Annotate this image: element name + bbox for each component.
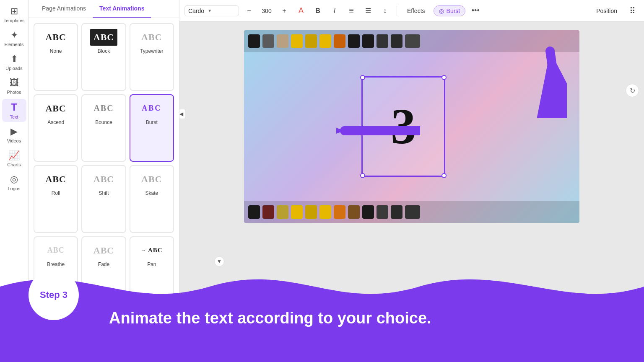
anim-preview-shift: ABC (93, 171, 114, 188)
filmstrip-thumb-2[interactable] (258, 325, 300, 354)
main-toolbar: Cardo ▼ − 300 + A B I ≡ ☰ ↕ Effects ◎ Bu… (179, 0, 644, 22)
sidebar-item-elements[interactable]: ✦ Elements (2, 27, 26, 49)
film-hole (377, 34, 388, 48)
align-button[interactable]: ≡ (345, 4, 358, 18)
burst-pill[interactable]: ◎ Burst (434, 5, 466, 16)
film-hole (262, 34, 274, 48)
sidebar-label-videos: Videos (7, 138, 21, 143)
anim-item-roll[interactable]: ABC Roll (34, 165, 78, 233)
anim-preview-none: ABC (45, 29, 66, 46)
anim-label-burst: Burst (146, 119, 158, 125)
anim-item-block[interactable]: ABC Block (81, 23, 126, 91)
anim-item-pan[interactable]: → ABC Pan (130, 236, 174, 304)
handle-bottom-right[interactable] (441, 173, 447, 178)
canvas-wrapper: 3 (244, 30, 579, 223)
sidebar-label-photos: Photos (7, 90, 21, 95)
tab-page-animations[interactable]: Page Animations (35, 0, 93, 18)
effects-button[interactable]: Effects (402, 5, 430, 17)
sidebar-item-text[interactable]: T Text (2, 99, 26, 122)
refresh-button[interactable]: ↻ (626, 84, 639, 97)
photos-icon: 🖼 (10, 78, 19, 88)
refresh-icon: ↻ (630, 87, 635, 95)
sidebar-item-uploads[interactable]: ⬆ Uploads (2, 51, 26, 73)
sidebar-label-templates: Templates (3, 18, 24, 23)
anim-preview-bounce: ABC (93, 100, 114, 117)
handle-top-left[interactable] (360, 75, 365, 80)
spacing-button[interactable]: ↕ (378, 4, 392, 18)
anim-label-bounce: Bounce (95, 119, 112, 125)
anim-item-fade[interactable]: ABC Fade (81, 236, 126, 304)
anim-preview-roll: ABC (45, 171, 66, 188)
elements-icon: ✦ (10, 30, 18, 41)
anim-label-ascend: Ascend (47, 119, 64, 125)
charts-icon: 📈 (8, 150, 20, 161)
burst-pill-label: Burst (447, 8, 460, 14)
collapse-button[interactable]: ▼ (214, 256, 224, 266)
handle-top-right[interactable] (441, 75, 447, 80)
sidebar-item-templates[interactable]: ⊞ Templates (2, 3, 26, 26)
increase-font-button[interactable]: + (278, 4, 291, 18)
anim-item-shift[interactable]: ABC Shift (81, 165, 126, 233)
film-hole (277, 205, 288, 219)
font-dropdown-chevron: ▼ (208, 8, 212, 13)
film-hole (391, 34, 402, 48)
anim-item-none[interactable]: ABC None (34, 23, 78, 91)
burst-pill-icon: ◎ (439, 8, 444, 14)
sidebar-item-photos[interactable]: 🖼 Photos (2, 75, 26, 97)
film-hole (348, 205, 360, 219)
film-hole (362, 205, 374, 219)
top-right-arrow (483, 34, 567, 118)
position-label: Position (596, 8, 617, 14)
more-options-button[interactable]: ••• (469, 4, 482, 18)
anim-item-ascend[interactable]: ABC Ascend (34, 94, 78, 162)
anim-preview-typewriter: ABC (141, 29, 162, 46)
anim-label-none: None (50, 48, 62, 54)
anim-item-bounce[interactable]: ABC Bounce (81, 94, 126, 162)
list-button[interactable]: ☰ (361, 4, 375, 18)
film-hole (305, 34, 317, 48)
sidebar-item-videos[interactable]: ▶ Videos (2, 124, 26, 146)
decrease-font-button[interactable]: − (242, 4, 256, 18)
bold-button[interactable]: B (311, 4, 325, 18)
italic-button[interactable]: I (328, 4, 341, 18)
sidebar-label-elements: Elements (5, 42, 24, 47)
sidebar-item-logos[interactable]: ◎ Logos (2, 171, 26, 194)
anim-label-fade: Fade (98, 261, 109, 267)
apps-grid-button[interactable]: ⠿ (626, 4, 639, 18)
anim-preview-skate: ABC (141, 171, 162, 188)
film-hole (277, 34, 288, 48)
anim-item-breathe[interactable]: ABC Breathe (34, 236, 78, 304)
position-button[interactable]: Position (591, 5, 622, 17)
anim-item-typewriter[interactable]: ABC Typewriter (130, 23, 174, 91)
text-icon: T (11, 101, 17, 113)
film-hole (405, 205, 420, 219)
thumb-number-1: 3 (231, 333, 237, 346)
film-hole (291, 205, 303, 219)
anim-label-block: Block (98, 48, 110, 54)
anim-label-typewriter: Typewriter (140, 48, 163, 54)
left-arrow (336, 114, 420, 147)
anim-item-stomp[interactable]: → ABC (81, 307, 126, 357)
tab-text-animations[interactable]: Text Animations (93, 0, 151, 18)
sidebar-more-button[interactable]: ... (10, 346, 18, 355)
handle-bottom-left[interactable] (360, 173, 365, 178)
font-color-button[interactable]: A (294, 4, 308, 18)
sidebar-label-logos: Logos (8, 186, 21, 191)
film-canvas[interactable]: 3 (244, 30, 579, 223)
anim-label-roll: Roll (52, 190, 60, 196)
anim-item-skate[interactable]: ABC Skate (130, 165, 174, 233)
film-hole (362, 34, 374, 48)
canvas-area: 3 (179, 22, 644, 362)
anim-item-burst[interactable]: ABC Burst (130, 94, 174, 162)
anim-label-skate: Skate (145, 190, 158, 196)
film-holes-bottom (244, 201, 579, 223)
anim-label-pan: Pan (147, 261, 156, 267)
filmstrip-thumb-1[interactable]: 3 (213, 325, 255, 354)
film-hole (348, 34, 360, 48)
font-selector[interactable]: Cardo ▼ (184, 5, 239, 16)
sidebar-item-charts[interactable]: 📈 Charts (2, 147, 26, 170)
animation-panel: Page Animations Text Animations ABC None… (29, 0, 179, 362)
sidebar-label-uploads: Uploads (5, 66, 22, 71)
anim-label-shift: Shift (99, 190, 109, 196)
anim-preview-block: ABC (90, 29, 117, 46)
